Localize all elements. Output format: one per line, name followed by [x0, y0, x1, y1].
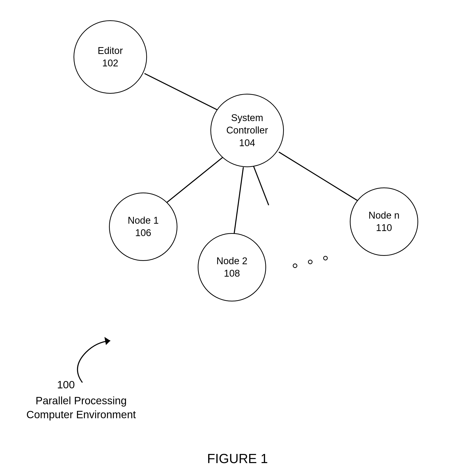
node-controller: System Controller 104 [210, 94, 284, 167]
diagram-container: Editor 102 System Controller 104 Node 1 … [0, 0, 475, 476]
node-noden: Node n 110 [350, 187, 418, 256]
edge-controller-node2 [233, 167, 243, 241]
node-noden-number: 110 [376, 222, 392, 234]
edge-controller-extra [253, 166, 269, 205]
caption-line1: Parallel Processing [18, 394, 144, 408]
caption-arrow [68, 334, 124, 388]
node-noden-label: Node n [369, 209, 400, 222]
ellipsis-dot-1 [293, 263, 297, 268]
caption-number: 100 [57, 379, 75, 391]
ellipsis-dot-3 [323, 256, 328, 260]
node-node2-number: 108 [224, 267, 240, 280]
node-node1-label: Node 1 [128, 214, 159, 227]
node-editor-number: 102 [102, 57, 118, 69]
ellipsis-dot-2 [308, 260, 313, 264]
edge-editor-controller [144, 73, 221, 111]
figure-label: FIGURE 1 [0, 451, 475, 466]
node-controller-number: 104 [239, 137, 255, 149]
node-node1: Node 1 106 [109, 193, 177, 261]
edge-controller-noden [279, 152, 365, 205]
node-node2: Node 2 108 [198, 233, 266, 301]
node-editor-label: Editor [98, 45, 123, 57]
node-controller-label: System Controller [226, 112, 268, 137]
caption-text: Parallel Processing Computer Environment [18, 394, 144, 422]
node-node1-number: 106 [135, 227, 151, 239]
svg-marker-0 [104, 337, 110, 345]
node-node2-label: Node 2 [216, 255, 248, 267]
node-editor: Editor 102 [74, 20, 147, 94]
caption-line2: Computer Environment [18, 408, 144, 422]
